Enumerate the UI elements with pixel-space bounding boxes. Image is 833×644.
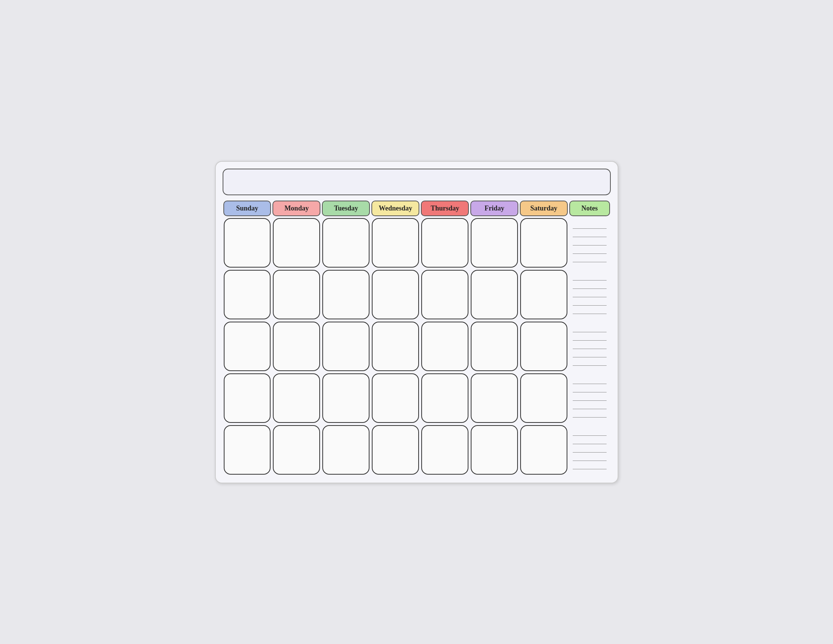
notes-line (573, 222, 606, 229)
cell-r3-fri[interactable] (471, 322, 518, 371)
notes-line (573, 230, 606, 237)
notes-line (573, 454, 606, 461)
notes-line (573, 299, 606, 306)
cell-r3-mon[interactable] (273, 322, 320, 371)
notes-line (573, 462, 606, 469)
cell-r5-sat[interactable] (520, 425, 568, 475)
notes-line (573, 282, 606, 289)
cell-r5-sun[interactable] (224, 425, 271, 475)
notes-lines-r4[interactable] (570, 374, 609, 423)
notes-lines-r3[interactable] (570, 322, 609, 371)
cell-r1-mon[interactable] (273, 218, 320, 267)
header-saturday: Saturday (520, 201, 568, 216)
header-tuesday: Tuesday (322, 201, 370, 216)
header-thursday: Thursday (421, 201, 469, 216)
cell-r2-mon[interactable] (273, 270, 320, 319)
cell-r1-thu[interactable] (421, 218, 468, 267)
notes-lines-r1[interactable] (570, 218, 609, 267)
header-wednesday: Wednesday (371, 201, 419, 216)
notes-line (573, 446, 606, 452)
cell-r1-sun[interactable] (224, 218, 271, 267)
notes-lines-r2[interactable] (570, 270, 609, 319)
notes-line (573, 325, 606, 332)
cell-r5-thu[interactable] (421, 425, 468, 475)
cell-r2-tue[interactable] (322, 270, 370, 319)
cell-r2-thu[interactable] (421, 270, 468, 319)
notes-line (573, 334, 606, 341)
notes-line (573, 359, 606, 366)
cell-r2-sat[interactable] (520, 270, 568, 319)
cell-r1-tue[interactable] (322, 218, 370, 267)
cell-r5-fri[interactable] (471, 425, 518, 475)
cell-r4-fri[interactable] (471, 374, 518, 423)
notes-line (573, 394, 606, 401)
cell-r2-wed[interactable] (372, 270, 419, 319)
cell-r1-sat[interactable] (520, 218, 568, 267)
cell-r4-sat[interactable] (520, 374, 568, 423)
calendar-grid: Sunday Monday Tuesday Wednesday Thursday… (223, 200, 611, 476)
cell-r4-wed[interactable] (372, 374, 419, 423)
cell-r3-sun[interactable] (224, 322, 271, 371)
header-notes: Notes (569, 201, 609, 216)
notes-line (573, 402, 606, 409)
notes-line (573, 307, 606, 314)
cell-r1-wed[interactable] (372, 218, 419, 267)
cell-r5-tue[interactable] (322, 425, 370, 475)
notes-line (573, 247, 606, 254)
notes-line (573, 239, 606, 245)
cell-r4-mon[interactable] (273, 374, 320, 423)
notes-line (573, 377, 606, 384)
header-friday: Friday (470, 201, 518, 216)
cell-r2-fri[interactable] (471, 270, 518, 319)
notes-lines-r5[interactable] (570, 425, 609, 475)
cell-r3-sat[interactable] (520, 322, 568, 371)
title-bar[interactable] (223, 169, 611, 195)
header-monday: Monday (272, 201, 320, 216)
notes-line (573, 255, 606, 262)
cell-r3-wed[interactable] (372, 322, 419, 371)
cell-r3-thu[interactable] (421, 322, 468, 371)
notes-line (573, 411, 606, 417)
cell-r5-mon[interactable] (273, 425, 320, 475)
notes-line (573, 351, 606, 357)
cell-r4-tue[interactable] (322, 374, 370, 423)
notes-line (573, 290, 606, 297)
notes-line (573, 274, 606, 280)
cell-r5-wed[interactable] (372, 425, 419, 475)
notes-line (573, 342, 606, 349)
header-sunday: Sunday (224, 201, 271, 216)
notes-line (573, 437, 606, 444)
cell-r4-sun[interactable] (224, 374, 271, 423)
cell-r1-fri[interactable] (471, 218, 518, 267)
notes-line (573, 386, 606, 393)
notes-line (573, 429, 606, 436)
calendar-container: Sunday Monday Tuesday Wednesday Thursday… (215, 161, 618, 483)
cell-r3-tue[interactable] (322, 322, 370, 371)
cell-r4-thu[interactable] (421, 374, 468, 423)
cell-r2-sun[interactable] (224, 270, 271, 319)
